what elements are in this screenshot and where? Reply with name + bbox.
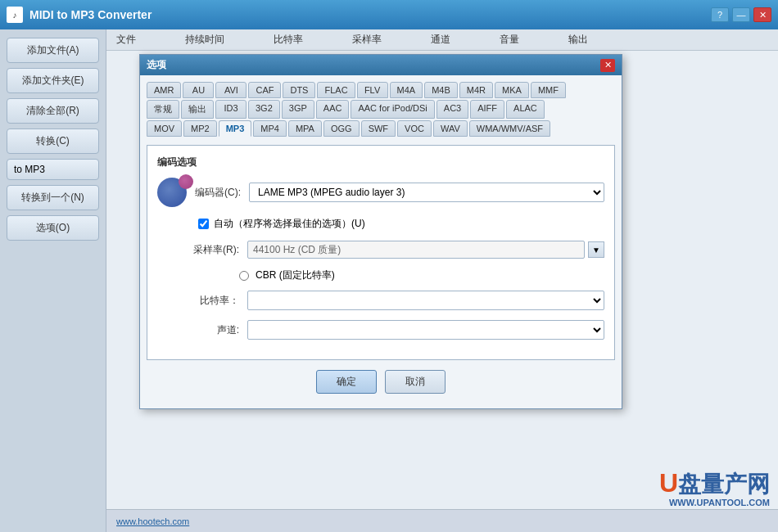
tab-output[interactable]: 输出 xyxy=(181,100,214,119)
bottom-bar: www.hootech.com xyxy=(106,509,778,532)
channels-row: 声道: xyxy=(174,320,604,340)
menu-volume[interactable]: 音量 xyxy=(500,33,519,47)
window-controls: ? — ✕ xyxy=(711,7,771,22)
menu-channel[interactable]: 通道 xyxy=(431,33,450,47)
format-tabs: AMR AU AVI CAF DTS FLAC FLV M4A M4B M4R … xyxy=(147,82,615,137)
sidebar: 添加文件(A) 添加文件夹(E) 清除全部(R) 转换(C) to MP3 转换… xyxy=(0,29,106,532)
watermark-u: U xyxy=(659,468,678,498)
tab-m4b[interactable]: M4B xyxy=(424,82,458,98)
tab-alac[interactable]: ALAC xyxy=(506,100,545,119)
tab-wav[interactable]: WAV xyxy=(433,120,468,137)
sample-rate-row: 采样率(R): ▼ xyxy=(174,241,604,259)
close-button[interactable]: ✕ xyxy=(753,7,771,22)
tab-row-3: MOV MP2 MP3 MP4 MPA OGG SWF VOC WAV WMA/… xyxy=(147,120,615,137)
bitrate-label: 比特率： xyxy=(174,294,239,308)
help-button[interactable]: ? xyxy=(711,7,729,22)
cbr-radio[interactable] xyxy=(239,271,249,281)
website-link[interactable]: www.hootech.com xyxy=(116,516,189,526)
encoder-icon xyxy=(157,178,187,207)
minimize-button[interactable]: — xyxy=(732,7,750,22)
watermark-logo: U盘量产网 xyxy=(659,470,770,496)
channels-select[interactable] xyxy=(247,320,604,340)
clear-all-button[interactable]: 清除全部(R) xyxy=(7,98,99,124)
menu-output[interactable]: 输出 xyxy=(568,33,588,47)
tab-ac3[interactable]: AC3 xyxy=(436,100,468,119)
menu-file[interactable]: 文件 xyxy=(116,33,136,47)
auto-label: 自动（程序将选择最佳的选项）(U) xyxy=(214,217,365,231)
content-area: 文件 持续时间 比特率 采样率 通道 音量 输出 选项 ✕ AMR xyxy=(106,29,778,532)
tab-mov[interactable]: MOV xyxy=(147,120,182,137)
main-window: 添加文件(A) 添加文件夹(E) 清除全部(R) 转换(C) to MP3 转换… xyxy=(0,29,778,532)
tab-aiff[interactable]: AIFF xyxy=(470,100,504,119)
menu-samplerate[interactable]: 采样率 xyxy=(352,33,382,47)
cbr-label: CBR (固定比特率) xyxy=(256,268,335,282)
title-bar: ♪ MIDI to MP3 Converter ? — ✕ xyxy=(0,0,778,29)
dialog-close-button[interactable]: ✕ xyxy=(600,59,615,72)
tab-dts[interactable]: DTS xyxy=(283,82,315,98)
tab-mpa[interactable]: MPA xyxy=(288,120,322,137)
convert-to-one-button[interactable]: 转换到一个(N) xyxy=(7,185,99,210)
watermark-site: WWW.UPANTOOL.COM xyxy=(669,498,770,507)
sample-rate-btn[interactable]: ▼ xyxy=(588,241,604,258)
tab-amr[interactable]: AMR xyxy=(147,82,181,98)
auto-checkbox[interactable] xyxy=(198,219,209,229)
tab-ogg[interactable]: OGG xyxy=(323,120,360,137)
watermark-text: 盘量产网 xyxy=(678,471,770,497)
tab-mp2[interactable]: MP2 xyxy=(183,120,217,137)
app-title: MIDI to MP3 Converter xyxy=(29,8,704,21)
tab-mmf[interactable]: MMF xyxy=(531,82,566,98)
tab-m4a[interactable]: M4A xyxy=(390,82,423,98)
add-folder-button[interactable]: 添加文件夹(E) xyxy=(7,68,99,93)
tab-row-1: AMR AU AVI CAF DTS FLAC FLV M4A M4B M4R … xyxy=(147,82,615,98)
options-button[interactable]: 选项(O) xyxy=(7,215,99,241)
bitrate-row: 比特率： xyxy=(174,291,604,310)
tab-wma[interactable]: WMA/WMV/ASF xyxy=(469,120,550,137)
cancel-button[interactable]: 取消 xyxy=(385,370,446,394)
cbr-row: CBR (固定比特率) xyxy=(239,268,604,282)
tab-voc[interactable]: VOC xyxy=(397,120,432,137)
tab-flv[interactable]: FLV xyxy=(357,82,388,98)
tab-flac[interactable]: FLAC xyxy=(317,82,355,98)
tab-swf[interactable]: SWF xyxy=(361,120,396,137)
tab-mp4[interactable]: MP4 xyxy=(253,120,287,137)
dialog-title-bar: 选项 ✕ xyxy=(140,55,622,75)
tab-au[interactable]: AU xyxy=(183,82,214,98)
dialog-content: AMR AU AVI CAF DTS FLAC FLV M4A M4B M4R … xyxy=(140,75,622,408)
tab-3gp[interactable]: 3GP xyxy=(282,100,314,119)
channels-label: 声道: xyxy=(174,323,239,337)
add-file-button[interactable]: 添加文件(A) xyxy=(7,38,99,63)
tab-avi[interactable]: AVI xyxy=(215,82,247,98)
convert-button[interactable]: 转换(C) xyxy=(7,128,99,154)
tab-m4r[interactable]: M4R xyxy=(459,82,493,98)
bitrate-select[interactable] xyxy=(247,291,604,310)
menu-bar: 文件 持续时间 比特率 采样率 通道 音量 输出 xyxy=(106,29,778,51)
confirm-button[interactable]: 确定 xyxy=(316,370,377,394)
sample-rate-input[interactable] xyxy=(247,241,585,259)
format-selector-wrapper: to MP3 xyxy=(7,159,99,180)
encoding-section: 编码选项 编码器(C): LAME MP3 (MPEG audio layer … xyxy=(147,145,615,360)
tab-caf[interactable]: CAF xyxy=(248,82,281,98)
encoding-section-title: 编码选项 xyxy=(157,156,604,169)
watermark: U盘量产网 WWW.UPANTOOL.COM xyxy=(659,470,770,507)
dialog-title: 选项 xyxy=(147,58,166,72)
options-dialog: 选项 ✕ AMR AU AVI CAF DTS FLAC FLV xyxy=(139,54,622,409)
encoder-row: 编码器(C): LAME MP3 (MPEG audio layer 3) xyxy=(157,178,604,207)
encoder-select[interactable]: LAME MP3 (MPEG audio layer 3) xyxy=(249,183,604,202)
tab-row-2: 常规 输出 ID3 3G2 3GP AAC AAC for iPod/DSi A… xyxy=(147,100,615,119)
encoder-label: 编码器(C): xyxy=(195,186,241,200)
tab-mka[interactable]: MKA xyxy=(495,82,529,98)
tab-id3[interactable]: ID3 xyxy=(215,100,247,119)
menu-duration[interactable]: 持续时间 xyxy=(185,33,224,47)
format-select[interactable]: to MP3 xyxy=(7,159,99,180)
sample-rate-input-wrapper: ▼ xyxy=(247,241,604,259)
auto-checkbox-row: 自动（程序将选择最佳的选项）(U) xyxy=(198,217,604,231)
tab-3g2[interactable]: 3G2 xyxy=(248,100,280,119)
tab-aac[interactable]: AAC xyxy=(316,100,350,119)
sample-rate-label: 采样率(R): xyxy=(174,243,239,257)
tab-mp3[interactable]: MP3 xyxy=(219,120,252,137)
dialog-buttons: 确定 取消 xyxy=(147,360,615,402)
menu-bitrate[interactable]: 比特率 xyxy=(274,33,303,47)
app-icon: ♪ xyxy=(7,7,23,23)
tab-general[interactable]: 常规 xyxy=(147,100,179,119)
tab-aac-ipod[interactable]: AAC for iPod/DSi xyxy=(351,100,434,119)
